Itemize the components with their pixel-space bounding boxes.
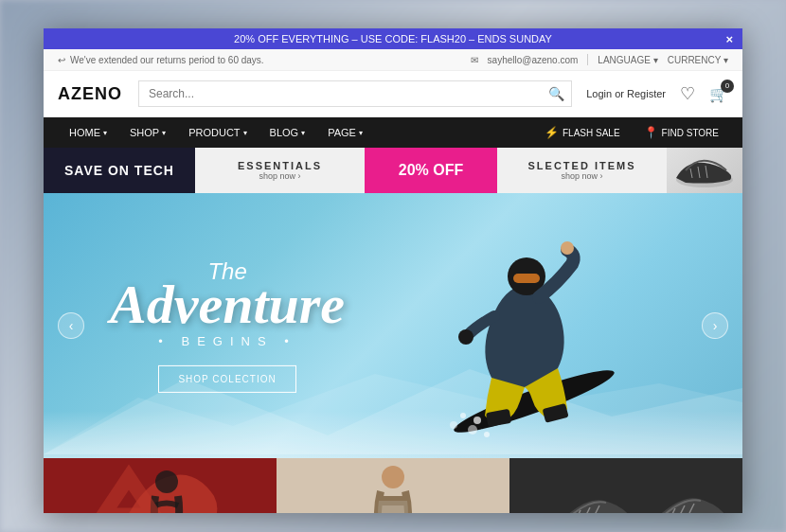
search-icon[interactable]: 🔍 xyxy=(548,86,564,101)
hero-adventure-label: Adventure xyxy=(110,280,345,329)
svg-point-12 xyxy=(468,425,477,434)
svg-point-10 xyxy=(473,417,481,424)
currency-caret: ▾ xyxy=(723,55,728,65)
header-actions: Login or Register ♡ 🛒 0 xyxy=(586,83,728,104)
announcement-text: 20% OFF EVERYTHING – USE CODE: FLASH20 –… xyxy=(234,33,552,44)
svg-rect-5 xyxy=(513,274,540,283)
email-icon: ✉ xyxy=(471,55,478,65)
logo: AZENO xyxy=(58,84,124,104)
promo-selected: SLECTED ITEMS shop now › xyxy=(497,148,667,193)
hero-begins-label: • BEGINS • xyxy=(110,334,345,348)
carousel-next-button[interactable]: › xyxy=(702,312,728,339)
svg-point-7 xyxy=(458,329,473,345)
promo-banner: SAVE ON TECH ESSENTIALS shop now › 20% O… xyxy=(44,148,742,193)
svg-point-13 xyxy=(484,432,490,437)
info-bar: ↩ We've extended our returns period to 6… xyxy=(44,49,742,71)
svg-point-6 xyxy=(561,241,574,255)
language-selector[interactable]: LANGUAGE ▾ xyxy=(598,55,657,65)
search-input[interactable] xyxy=(138,80,572,107)
find-store-button[interactable]: 📍 FIND STORE xyxy=(634,118,728,147)
svg-point-14 xyxy=(450,421,457,429)
browser-window: 20% OFF EVERYTHING – USE CODE: FLASH20 –… xyxy=(44,28,742,513)
svg-point-11 xyxy=(460,413,466,418)
product-thumb-2[interactable] xyxy=(277,458,509,513)
chevron-down-icon: ▾ xyxy=(301,129,305,137)
hero-banner: The Adventure • BEGINS • SHOP COLECTION … xyxy=(44,193,742,458)
returns-text: We've extended our returns period to 60 … xyxy=(70,55,264,65)
nav-page[interactable]: PAGE ▾ xyxy=(316,117,374,148)
info-bar-right: ✉ sayhello@azeno.com LANGUAGE ▾ CURRENCY… xyxy=(471,54,728,65)
svg-point-18 xyxy=(382,466,404,488)
promo-essentials: ESSENTIALS shop now › xyxy=(195,148,365,193)
flash-sale-button[interactable]: ⚡ FLASH SALE xyxy=(535,118,630,147)
cart-button[interactable]: 🛒 0 xyxy=(709,85,728,103)
shop-collection-button[interactable]: SHOP COLECTION xyxy=(158,365,295,393)
hero-text: The Adventure • BEGINS • SHOP COLECTION xyxy=(110,258,345,393)
promo-shoe-image xyxy=(667,148,742,193)
nav-right: ⚡ FLASH SALE 📍 FIND STORE xyxy=(535,118,728,147)
returns-icon: ↩ xyxy=(58,55,65,65)
header: AZENO 🔍 Login or Register ♡ 🛒 0 xyxy=(44,71,742,117)
selected-shop-now[interactable]: shop now › xyxy=(561,171,602,181)
announcement-bar: 20% OFF EVERYTHING – USE CODE: FLASH20 –… xyxy=(44,28,742,49)
selected-title: SLECTED ITEMS xyxy=(527,160,635,171)
carousel-prev-button[interactable]: ‹ xyxy=(58,312,84,339)
snowboarder-svg xyxy=(383,212,667,458)
chevron-down-icon: ▾ xyxy=(359,129,363,137)
essentials-title: ESSENTIALS xyxy=(238,160,322,171)
search-wrapper: 🔍 xyxy=(138,80,572,107)
svg-point-16 xyxy=(155,470,178,493)
nav-blog[interactable]: BLOG ▾ xyxy=(259,117,317,148)
essentials-shop-now[interactable]: shop now › xyxy=(259,171,300,181)
divider xyxy=(587,54,588,65)
announcement-close[interactable]: × xyxy=(725,32,733,46)
wishlist-button[interactable]: ♡ xyxy=(680,83,695,104)
language-caret: ▾ xyxy=(653,55,658,65)
nav-bar: HOME ▾ SHOP ▾ PRODUCT ▾ BLOG ▾ PAGE ▾ ⚡ xyxy=(44,117,742,148)
nav-shop[interactable]: SHOP ▾ xyxy=(118,117,177,148)
shoe-icon xyxy=(671,151,738,189)
flash-icon: ⚡ xyxy=(545,126,559,139)
login-button[interactable]: Login or Register xyxy=(586,88,666,99)
product-thumb-3[interactable] xyxy=(509,458,742,513)
promo-tech: SAVE ON TECH xyxy=(44,148,195,193)
info-bar-left: ↩ We've extended our returns period to 6… xyxy=(58,55,264,65)
nav-left: HOME ▾ SHOP ▾ PRODUCT ▾ BLOG ▾ PAGE ▾ xyxy=(58,117,374,148)
nav-product[interactable]: PRODUCT ▾ xyxy=(177,117,258,148)
chevron-down-icon: ▾ xyxy=(162,129,166,137)
snowboarder-figure xyxy=(383,212,667,458)
currency-selector[interactable]: CURRENCY ▾ xyxy=(668,55,728,65)
cart-badge: 0 xyxy=(721,80,734,93)
email-text: sayhello@azeno.com xyxy=(488,55,579,65)
product-thumbnails xyxy=(44,458,742,513)
nav-home[interactable]: HOME ▾ xyxy=(58,117,118,148)
chevron-down-icon: ▾ xyxy=(103,129,107,137)
product-thumb-1[interactable] xyxy=(44,458,277,513)
map-pin-icon: 📍 xyxy=(644,126,658,139)
chevron-down-icon: ▾ xyxy=(243,129,247,137)
promo-20off: 20% OFF xyxy=(365,148,497,193)
